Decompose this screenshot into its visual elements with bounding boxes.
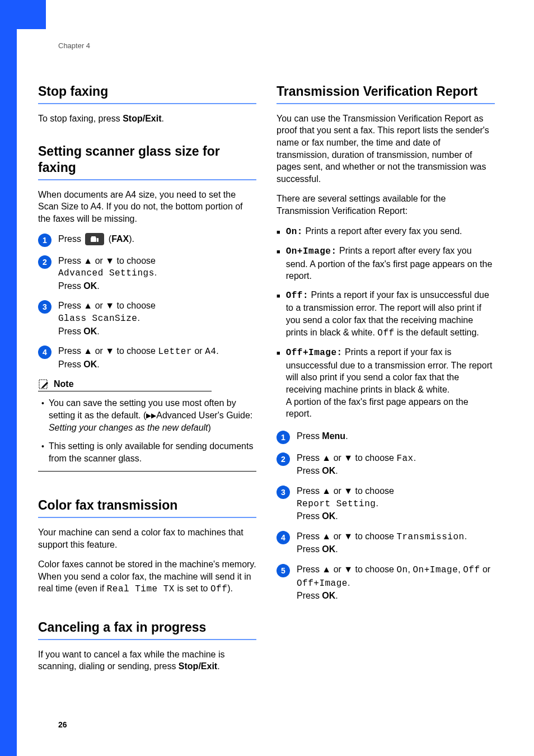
step-number-icon: 1 [277, 431, 290, 444]
color-fax-p2: Color faxes cannot be stored in the mach… [38, 558, 256, 596]
section-canceling-title: Canceling a fax in progress [38, 619, 256, 636]
svg-rect-0 [91, 237, 96, 242]
two-column-layout: Stop faxing To stop faxing, press Stop/E… [38, 83, 497, 680]
scanner-glass-steps: 1 Press (FAX). 2 Press ▲ or ▼ to choose … [38, 233, 256, 371]
right-column: Transmission Verification Report You can… [277, 83, 495, 680]
option-a4: A4 [205, 347, 216, 357]
reference-title: Setting your changes as the new default [49, 423, 208, 432]
option-letter: Letter [158, 347, 192, 357]
text: Press ▲ or ▼ to choose [297, 486, 394, 496]
option: Off [463, 565, 480, 575]
step-1: 1 Press (FAX). [38, 233, 256, 247]
step-number-icon: 5 [277, 564, 290, 577]
text: . [97, 360, 99, 369]
text: Press [297, 591, 322, 600]
left-column: Stop faxing To stop faxing, press Stop/E… [38, 83, 256, 680]
title-underline [38, 639, 256, 640]
square-bullet-icon [277, 346, 280, 420]
section-tvr-title: Transmission Verification Report [277, 83, 495, 100]
step-number-icon: 4 [38, 346, 51, 359]
text: Press [297, 431, 322, 441]
ok-label: OK [322, 511, 335, 521]
text: Prints a report after every fax you send… [303, 226, 462, 236]
option-text: On+Image: Prints a report after every fa… [286, 245, 495, 282]
text: . [414, 453, 416, 463]
text: Press [297, 466, 322, 475]
option-off: Off: Prints a report if your fax is unsu… [277, 289, 495, 339]
tvr-settings-intro: There are several settings available for… [277, 193, 495, 217]
step-number-icon: 2 [277, 452, 290, 466]
menu-option: Advanced Settings [58, 268, 154, 278]
setting-name: Real Time TX [107, 584, 175, 594]
fax-label: FAX [111, 234, 129, 244]
text: . [137, 313, 139, 323]
text: Press ▲ or ▼ to choose [58, 301, 156, 310]
chapter-label: Chapter 4 [58, 41, 497, 50]
text: is set to [175, 584, 210, 593]
note-block: Note You can save the setting you use mo… [38, 379, 256, 472]
title-underline [38, 517, 256, 518]
title-underline [277, 103, 495, 104]
option-text: Off+Image: Prints a report if your fax i… [286, 346, 495, 420]
page-number: 26 [58, 720, 67, 729]
option-label: Off+Image: [286, 348, 343, 358]
square-bullet-icon [277, 225, 280, 239]
scanner-glass-intro: When documents are A4 size, you need to … [38, 189, 256, 225]
text: . [335, 511, 338, 521]
menu-option: Glass ScanSize [58, 314, 137, 324]
option-text: On: Prints a report after every fax you … [286, 225, 462, 239]
page-corner-tab [0, 0, 46, 29]
step-number-icon: 3 [277, 486, 290, 499]
option-on: On: Prints a report after every fax you … [277, 225, 495, 239]
menu-option: Fax [396, 454, 413, 464]
square-bullet-icon [277, 245, 280, 282]
step-2: 2 Press ▲ or ▼ to choose Advanced Settin… [38, 255, 256, 292]
svg-rect-1 [91, 236, 96, 238]
text: . [216, 346, 218, 356]
bullet-icon [41, 440, 44, 464]
text: , [408, 564, 413, 574]
step-3: 3 Press ▲ or ▼ to choose Glass ScanSize.… [38, 300, 256, 337]
square-bullet-icon [277, 289, 280, 339]
title-underline [38, 103, 256, 104]
ok-label: OK [83, 281, 97, 291]
note-label: Note [54, 379, 74, 389]
text: Press ▲ or ▼ to choose [58, 346, 158, 356]
text: . [97, 281, 99, 291]
text: . [217, 661, 219, 671]
text: Press [58, 360, 83, 369]
option: On+Image [413, 565, 458, 575]
step-3: 3 Press ▲ or ▼ to choose Report Setting.… [277, 485, 495, 522]
text: Press [297, 511, 322, 521]
text: ) [208, 423, 211, 432]
color-fax-p1: Your machine can send a color fax to mac… [38, 526, 256, 550]
step-number-icon: 4 [277, 531, 290, 544]
note-list: You can save the setting you use most of… [41, 397, 256, 464]
fax-button-icon [85, 233, 104, 245]
note-text: This setting is only available for sendi… [49, 440, 256, 464]
page-sidebar [0, 0, 17, 756]
ok-label: OK [83, 326, 97, 336]
step-1: 1 Press Menu. [277, 430, 495, 444]
text: or [192, 346, 205, 356]
setting-value: Off [377, 328, 394, 338]
text: Press [58, 234, 83, 244]
svg-rect-2 [97, 238, 99, 242]
option: Off+Image [297, 578, 348, 589]
note-pencil-icon [38, 379, 50, 390]
title-underline [38, 179, 256, 180]
text: Press [58, 326, 83, 336]
text: . [335, 544, 338, 554]
stop-exit-label: Stop/Exit [179, 661, 217, 671]
ok-label: OK [322, 544, 335, 554]
text: ). [227, 584, 233, 593]
menu-option: Transmission [396, 532, 464, 542]
canceling-body: If you want to cancel a fax while the ma… [38, 648, 256, 673]
step-2: 2 Press ▲ or ▼ to choose Fax. Press OK. [277, 452, 495, 477]
tvr-intro: You can use the Transmission Verificatio… [277, 113, 495, 185]
option-label: Off: [286, 291, 308, 301]
page-content: Chapter 4 Stop faxing To stop faxing, pr… [38, 41, 497, 680]
step-text: Press ▲ or ▼ to choose Advanced Settings… [58, 255, 157, 292]
step-text: Press ▲ or ▼ to choose Report Setting. P… [297, 485, 394, 522]
note-item: You can save the setting you use most of… [41, 397, 256, 433]
